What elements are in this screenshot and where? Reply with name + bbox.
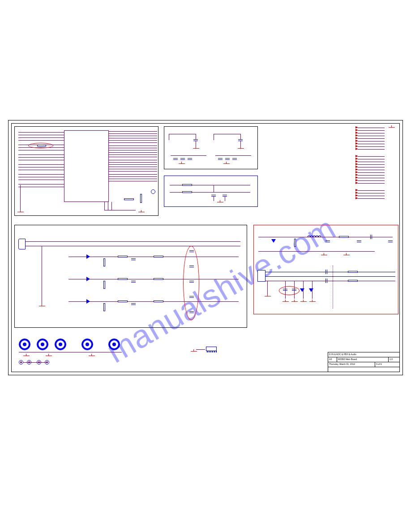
resistor-icon (182, 191, 192, 193)
transistor-icon (86, 254, 90, 259)
ground-icon (46, 356, 52, 360)
capacitor-icon (325, 279, 327, 283)
amp-input-block (14, 225, 247, 328)
ground-icon (138, 212, 145, 216)
ground-icon (389, 127, 395, 132)
speaker-icon (81, 339, 93, 350)
highlight-ellipse-filter (279, 286, 300, 295)
ground-icon (193, 148, 199, 153)
schematic-sheet: manualshive.com (8, 120, 403, 375)
connector-icon (18, 239, 26, 249)
speaker-icon (108, 339, 120, 350)
capacitor-icon (325, 270, 327, 274)
capacitor-icon (388, 240, 393, 242)
ground-icon (238, 148, 244, 153)
ground-icon (265, 296, 271, 300)
resistor-icon (103, 258, 105, 266)
resistor-icon (154, 256, 163, 257)
resistor-icon (294, 239, 296, 247)
capacitor-icon (325, 240, 330, 242)
test-point-icon (151, 189, 155, 194)
decoupling-block (164, 126, 258, 169)
resistor-icon (124, 198, 134, 200)
ground-icon (217, 202, 223, 206)
capacitor-icon (180, 158, 185, 160)
resistor-icon (348, 271, 358, 273)
inductor-icon (308, 234, 321, 237)
capacitor-icon (218, 158, 223, 160)
transistor-icon (86, 277, 90, 281)
resistor-icon (118, 300, 128, 302)
diode-icon (309, 288, 313, 292)
capacitor-icon (370, 235, 372, 239)
resistor-icon (339, 236, 349, 238)
rev-field: 1.0 (389, 357, 399, 362)
diode-icon (271, 239, 276, 243)
ground-icon (283, 301, 289, 306)
resistor-icon (118, 256, 128, 257)
ground-icon (300, 301, 307, 306)
docnum-field: M3393 Main Board (337, 357, 389, 362)
ground-icon (309, 301, 316, 306)
speaker-icon (55, 339, 66, 350)
output-filter-block (253, 225, 398, 314)
title-field: D.IN & ADC & FBX & Audio (328, 352, 399, 357)
ground-icon (291, 301, 298, 306)
capacitor-icon (225, 158, 230, 160)
adc-chip (64, 130, 109, 202)
ground-icon (179, 163, 185, 168)
capacitor-icon (232, 158, 237, 160)
resistor-icon (103, 281, 105, 289)
date-field: Thursday, March 01, 2012 (328, 362, 375, 367)
ground-icon (23, 356, 30, 360)
capacitor-icon (131, 281, 136, 283)
ground-icon (191, 351, 197, 356)
clock-block (164, 176, 258, 207)
resistor-icon (182, 184, 192, 186)
speaker-icon (37, 339, 48, 350)
resistor-icon (154, 278, 163, 280)
capacitor-icon (131, 258, 136, 260)
transistor-icon (86, 299, 90, 304)
ground-icon (39, 306, 45, 310)
size-field: A3 (328, 357, 337, 362)
jack-icon (19, 360, 23, 365)
ground-icon (17, 212, 24, 216)
speaker-icon (19, 339, 30, 350)
title-block: D.IN & ADC & FBX & Audio A3 M3393 Main B… (328, 352, 399, 372)
capacitor-icon (188, 158, 192, 160)
ground-icon (89, 356, 95, 360)
adc-block (14, 126, 158, 216)
resistor-icon (154, 300, 163, 302)
resistor-icon (348, 280, 358, 282)
dip-icon (206, 347, 217, 351)
highlight-ellipse-caps (183, 246, 199, 320)
ground-icon (223, 163, 230, 168)
dotted-divider (333, 266, 333, 309)
diode-icon (300, 288, 304, 292)
resistor-icon (140, 194, 142, 203)
capacitor-icon (357, 240, 361, 242)
connector-icon (257, 270, 265, 282)
capacitor-icon (131, 303, 136, 305)
capacitor-icon (173, 158, 178, 160)
ground-icon (321, 255, 327, 259)
resistor-icon (37, 145, 46, 146)
resistor-icon (118, 278, 128, 280)
sheet-field: 3 of 6 (375, 362, 399, 367)
ground-icon (343, 255, 350, 259)
resistor-icon (103, 303, 105, 311)
inner-frame: manualshive.com (11, 123, 400, 372)
